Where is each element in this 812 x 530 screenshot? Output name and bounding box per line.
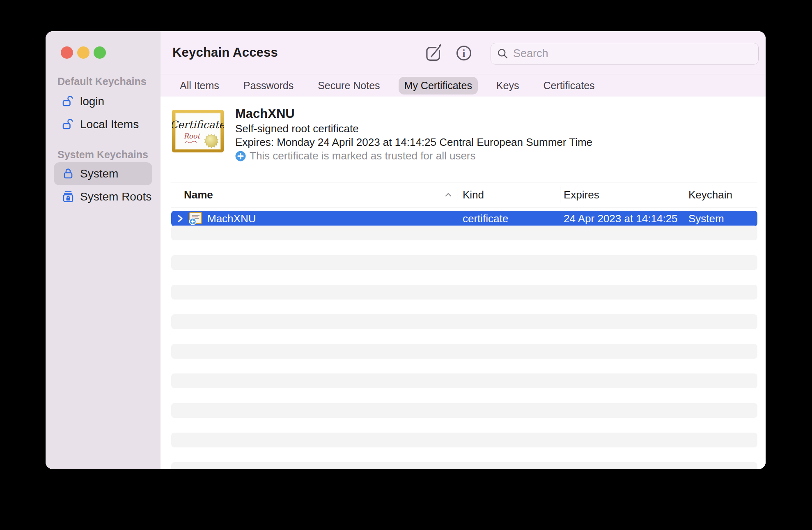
tab-my-certificates[interactable]: My Certificates bbox=[399, 77, 478, 94]
empty-row-stripe bbox=[171, 285, 757, 300]
table-header: Name Kind Expires Keychain bbox=[171, 182, 757, 207]
svg-text:i: i bbox=[463, 48, 466, 59]
column-header-expires[interactable]: Expires bbox=[560, 182, 685, 207]
trusted-badge-icon bbox=[235, 151, 246, 161]
tab-bar: All Items Passwords Secure Notes My Cert… bbox=[161, 74, 766, 97]
search-icon bbox=[497, 48, 509, 60]
tab-certificates[interactable]: Certificates bbox=[538, 77, 601, 94]
certificate-name: MachXNU bbox=[235, 106, 592, 122]
empty-row-stripe bbox=[171, 255, 757, 270]
empty-row-stripe bbox=[171, 373, 757, 388]
certificate-artwork-icon: Certificate Root bbox=[172, 110, 224, 152]
column-header-keychain[interactable]: Keychain bbox=[685, 182, 757, 207]
zoom-button[interactable] bbox=[94, 46, 106, 59]
locked-padlock-icon bbox=[62, 167, 75, 180]
minimize-button[interactable] bbox=[77, 46, 89, 59]
toolbar: Keychain Access i bbox=[161, 31, 766, 74]
empty-row-stripe bbox=[171, 314, 757, 329]
sidebar-item-label: System Roots bbox=[80, 190, 151, 203]
row-kind: certificate bbox=[457, 212, 560, 225]
sidebar-item-system-roots[interactable]: System Roots bbox=[54, 185, 152, 208]
tab-all-items[interactable]: All Items bbox=[174, 77, 225, 94]
sidebar-item-label: System bbox=[80, 167, 118, 180]
sidebar-item-system[interactable]: System bbox=[54, 162, 152, 185]
sidebar: Default Keychains login Local Items Syst… bbox=[46, 31, 161, 469]
search-field bbox=[491, 43, 759, 65]
sidebar-item-login[interactable]: login bbox=[54, 90, 152, 113]
tab-keys[interactable]: Keys bbox=[491, 77, 525, 94]
content-area: Certificate Root MachXNU Self-signed roo… bbox=[161, 97, 766, 469]
sort-ascending-icon bbox=[445, 192, 452, 197]
page-title: Keychain Access bbox=[172, 45, 278, 60]
sidebar-section-system-keychains: System Keychains bbox=[57, 149, 148, 161]
system-roots-vault-icon bbox=[62, 190, 75, 203]
unlocked-padlock-icon bbox=[62, 95, 75, 108]
empty-row-stripe bbox=[171, 433, 757, 447]
empty-row-stripe bbox=[171, 344, 757, 359]
tab-passwords[interactable]: Passwords bbox=[238, 77, 299, 94]
sidebar-item-local-items[interactable]: Local Items bbox=[54, 113, 152, 136]
sidebar-section-default-keychains: Default Keychains bbox=[57, 76, 147, 88]
column-header-kind[interactable]: Kind bbox=[457, 182, 560, 207]
traffic-lights bbox=[61, 46, 106, 59]
sidebar-item-label: Local Items bbox=[80, 118, 139, 131]
compose-button[interactable] bbox=[425, 44, 443, 62]
sidebar-item-label: login bbox=[80, 95, 104, 108]
empty-row-stripe bbox=[171, 462, 757, 469]
certificate-mini-icon bbox=[188, 212, 203, 225]
info-button[interactable]: i bbox=[455, 44, 473, 62]
tab-secure-notes[interactable]: Secure Notes bbox=[312, 77, 385, 94]
certificate-description: Self-signed root certificate bbox=[235, 122, 592, 136]
certificate-expiry: Expires: Monday 24 April 2023 at 14:14:2… bbox=[235, 136, 592, 149]
main-area: Keychain Access i bbox=[161, 31, 766, 469]
empty-row-stripe bbox=[171, 403, 757, 418]
compose-icon bbox=[425, 44, 443, 62]
info-icon: i bbox=[455, 44, 473, 62]
certificate-art-root: Root bbox=[184, 132, 201, 140]
empty-row-stripe bbox=[171, 226, 757, 240]
column-header-name[interactable]: Name bbox=[171, 182, 457, 207]
table-body: MachXNU certificate 24 Apr 2023 at 14:14… bbox=[171, 207, 757, 469]
row-name: MachXNU bbox=[207, 212, 256, 225]
trust-note: This certificate is marked as trusted fo… bbox=[250, 149, 476, 163]
row-keychain: System bbox=[685, 212, 757, 225]
close-button[interactable] bbox=[61, 46, 73, 59]
disclosure-chevron-icon[interactable] bbox=[176, 214, 184, 223]
keychain-access-window: Default Keychains login Local Items Syst… bbox=[46, 31, 766, 469]
unlocked-padlock-icon bbox=[62, 118, 75, 131]
table-row-machxnu-selected[interactable]: MachXNU certificate 24 Apr 2023 at 14:14… bbox=[171, 211, 757, 226]
certificate-detail: MachXNU Self-signed root certificate Exp… bbox=[235, 106, 592, 163]
certificate-art-title: Certificate bbox=[172, 119, 224, 131]
search-input[interactable] bbox=[513, 47, 752, 60]
row-expires: 24 Apr 2023 at 14:14:25 bbox=[560, 212, 685, 225]
